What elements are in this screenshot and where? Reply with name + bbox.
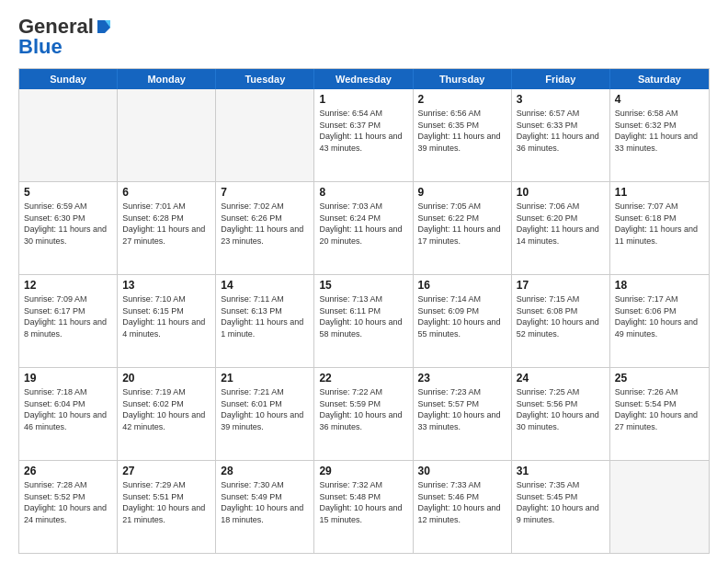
cell-info: Sunrise: 7:02 AM Sunset: 6:26 PM Dayligh… (221, 201, 309, 247)
day-header-wednesday: Wednesday (314, 69, 413, 89)
cell-day-7: 7Sunrise: 7:02 AM Sunset: 6:26 PM Daylig… (216, 182, 314, 274)
day-number: 22 (319, 372, 407, 385)
cell-info: Sunrise: 7:26 AM Sunset: 5:54 PM Dayligh… (615, 386, 704, 432)
day-number: 4 (615, 93, 704, 106)
day-number: 8 (319, 186, 407, 199)
cell-info: Sunrise: 7:11 AM Sunset: 6:13 PM Dayligh… (221, 293, 309, 339)
cell-info: Sunrise: 7:23 AM Sunset: 5:57 PM Dayligh… (418, 386, 506, 432)
cell-day-18: 18Sunrise: 7:17 AM Sunset: 6:06 PM Dayli… (610, 275, 709, 367)
day-number: 26 (24, 465, 112, 477)
day-header-saturday: Saturday (610, 69, 709, 89)
cell-day-19: 19Sunrise: 7:18 AM Sunset: 6:04 PM Dayli… (19, 368, 118, 460)
cell-info: Sunrise: 7:05 AM Sunset: 6:22 PM Dayligh… (418, 201, 506, 247)
day-header-tuesday: Tuesday (216, 69, 314, 89)
cell-info: Sunrise: 6:58 AM Sunset: 6:32 PM Dayligh… (615, 108, 704, 154)
day-headers: SundayMondayTuesdayWednesdayThursdayFrid… (19, 69, 709, 89)
cell-info: Sunrise: 7:03 AM Sunset: 6:24 PM Dayligh… (319, 201, 407, 247)
day-number: 6 (122, 186, 210, 199)
day-number: 23 (418, 372, 506, 385)
cell-day-1: 1Sunrise: 6:54 AM Sunset: 6:37 PM Daylig… (314, 89, 413, 181)
day-header-monday: Monday (118, 69, 216, 89)
cell-info: Sunrise: 6:56 AM Sunset: 6:35 PM Dayligh… (418, 108, 506, 154)
day-number: 10 (517, 186, 605, 199)
cell-day-27: 27Sunrise: 7:29 AM Sunset: 5:51 PM Dayli… (118, 461, 216, 553)
day-number: 12 (24, 279, 112, 292)
cell-info: Sunrise: 7:17 AM Sunset: 6:06 PM Dayligh… (615, 293, 704, 339)
cell-info: Sunrise: 7:33 AM Sunset: 5:46 PM Dayligh… (418, 479, 506, 525)
day-number: 27 (122, 465, 210, 477)
cell-empty (19, 89, 118, 181)
logo: General Blue (18, 15, 112, 59)
day-number: 18 (615, 279, 704, 292)
cell-info: Sunrise: 7:13 AM Sunset: 6:11 PM Dayligh… (319, 293, 407, 339)
day-header-sunday: Sunday (19, 69, 118, 89)
cell-day-5: 5Sunrise: 6:59 AM Sunset: 6:30 PM Daylig… (19, 182, 118, 274)
cell-day-15: 15Sunrise: 7:13 AM Sunset: 6:11 PM Dayli… (314, 275, 413, 367)
logo-icon (96, 18, 112, 35)
day-number: 28 (221, 465, 309, 477)
cell-day-16: 16Sunrise: 7:14 AM Sunset: 6:09 PM Dayli… (414, 275, 512, 367)
day-number: 3 (517, 93, 605, 106)
cell-day-6: 6Sunrise: 7:01 AM Sunset: 6:28 PM Daylig… (118, 182, 216, 274)
calendar-row: 1Sunrise: 6:54 AM Sunset: 6:37 PM Daylig… (19, 89, 709, 181)
calendar-body: 1Sunrise: 6:54 AM Sunset: 6:37 PM Daylig… (19, 89, 709, 553)
cell-day-12: 12Sunrise: 7:09 AM Sunset: 6:17 PM Dayli… (19, 275, 118, 367)
cell-info: Sunrise: 7:29 AM Sunset: 5:51 PM Dayligh… (122, 479, 210, 525)
day-number: 5 (24, 186, 112, 199)
cell-info: Sunrise: 7:28 AM Sunset: 5:52 PM Dayligh… (24, 479, 112, 525)
cell-day-10: 10Sunrise: 7:06 AM Sunset: 6:20 PM Dayli… (512, 182, 610, 274)
cell-day-24: 24Sunrise: 7:25 AM Sunset: 5:56 PM Dayli… (512, 368, 610, 460)
day-number: 15 (319, 279, 407, 292)
day-number: 19 (24, 372, 112, 385)
day-number: 7 (221, 186, 309, 199)
day-number: 17 (517, 279, 605, 292)
cell-day-2: 2Sunrise: 6:56 AM Sunset: 6:35 PM Daylig… (414, 89, 512, 181)
header: General Blue (18, 15, 710, 59)
day-number: 30 (418, 465, 506, 477)
day-number: 31 (517, 465, 605, 477)
day-number: 9 (418, 186, 506, 199)
day-header-thursday: Thursday (414, 69, 512, 89)
cell-day-3: 3Sunrise: 6:57 AM Sunset: 6:33 PM Daylig… (512, 89, 610, 181)
cell-info: Sunrise: 7:18 AM Sunset: 6:04 PM Dayligh… (24, 386, 112, 432)
calendar-row: 26Sunrise: 7:28 AM Sunset: 5:52 PM Dayli… (19, 460, 709, 553)
cell-day-8: 8Sunrise: 7:03 AM Sunset: 6:24 PM Daylig… (314, 182, 413, 274)
day-number: 25 (615, 372, 704, 385)
cell-day-31: 31Sunrise: 7:35 AM Sunset: 5:45 PM Dayli… (512, 461, 610, 553)
day-number: 24 (517, 372, 605, 385)
page: General Blue SundayMondayTuesdayWednesda… (0, 0, 728, 563)
cell-info: Sunrise: 7:06 AM Sunset: 6:20 PM Dayligh… (517, 201, 605, 247)
cell-day-17: 17Sunrise: 7:15 AM Sunset: 6:08 PM Dayli… (512, 275, 610, 367)
cell-day-21: 21Sunrise: 7:21 AM Sunset: 6:01 PM Dayli… (216, 368, 314, 460)
cell-info: Sunrise: 7:32 AM Sunset: 5:48 PM Dayligh… (319, 479, 407, 525)
calendar-row: 19Sunrise: 7:18 AM Sunset: 6:04 PM Dayli… (19, 367, 709, 460)
cell-info: Sunrise: 7:15 AM Sunset: 6:08 PM Dayligh… (517, 293, 605, 339)
cell-empty (118, 89, 216, 181)
cell-info: Sunrise: 7:01 AM Sunset: 6:28 PM Dayligh… (122, 201, 210, 247)
day-number: 13 (122, 279, 210, 292)
day-number: 14 (221, 279, 309, 292)
cell-info: Sunrise: 7:10 AM Sunset: 6:15 PM Dayligh… (122, 293, 210, 339)
day-header-friday: Friday (512, 69, 610, 89)
day-number: 2 (418, 93, 506, 106)
cell-day-22: 22Sunrise: 7:22 AM Sunset: 5:59 PM Dayli… (314, 368, 413, 460)
calendar: SundayMondayTuesdayWednesdayThursdayFrid… (18, 68, 710, 554)
cell-info: Sunrise: 7:19 AM Sunset: 6:02 PM Dayligh… (122, 386, 210, 432)
day-number: 29 (319, 465, 407, 477)
cell-info: Sunrise: 7:09 AM Sunset: 6:17 PM Dayligh… (24, 293, 112, 339)
day-number: 11 (615, 186, 704, 199)
cell-info: Sunrise: 7:07 AM Sunset: 6:18 PM Dayligh… (615, 201, 704, 247)
day-number: 1 (319, 93, 407, 106)
calendar-row: 5Sunrise: 6:59 AM Sunset: 6:30 PM Daylig… (19, 181, 709, 274)
cell-day-25: 25Sunrise: 7:26 AM Sunset: 5:54 PM Dayli… (610, 368, 709, 460)
cell-day-23: 23Sunrise: 7:23 AM Sunset: 5:57 PM Dayli… (414, 368, 512, 460)
calendar-row: 12Sunrise: 7:09 AM Sunset: 6:17 PM Dayli… (19, 274, 709, 367)
cell-info: Sunrise: 7:21 AM Sunset: 6:01 PM Dayligh… (221, 386, 309, 432)
cell-empty (610, 461, 709, 553)
cell-day-9: 9Sunrise: 7:05 AM Sunset: 6:22 PM Daylig… (414, 182, 512, 274)
cell-info: Sunrise: 7:22 AM Sunset: 5:59 PM Dayligh… (319, 386, 407, 432)
cell-day-28: 28Sunrise: 7:30 AM Sunset: 5:49 PM Dayli… (216, 461, 314, 553)
cell-day-30: 30Sunrise: 7:33 AM Sunset: 5:46 PM Dayli… (414, 461, 512, 553)
day-number: 21 (221, 372, 309, 385)
day-number: 16 (418, 279, 506, 292)
